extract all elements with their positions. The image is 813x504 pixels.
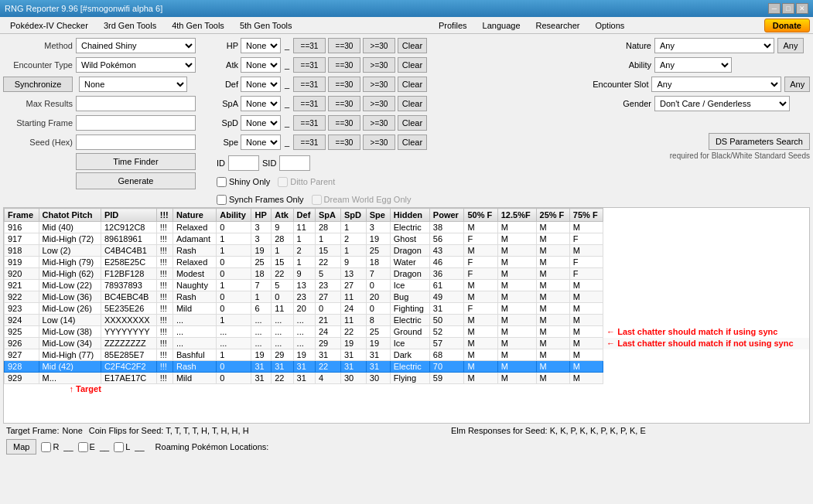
id-input[interactable] <box>228 155 259 171</box>
table-row[interactable]: 927Mid-High (77)85E285E7!!!Bashful119291… <box>5 349 809 361</box>
encounter-select[interactable]: Wild Pokémon <box>76 57 196 73</box>
ds-params-button[interactable]: DS Parameters Search <box>709 133 810 150</box>
col-hp[interactable]: HP <box>251 209 272 222</box>
spa-select[interactable]: None <box>241 96 281 111</box>
table-row[interactable]: 926Mid-Low (34)ZZZZZZZZ!!!..............… <box>5 338 809 349</box>
table-row[interactable]: 918Low (2)C4B4C4B1!!!Rash1191215125Drago… <box>5 245 809 257</box>
table-row[interactable]: 916Mid (40)12C912C8!!!Relaxed039112813El… <box>5 222 809 233</box>
def-clear-button[interactable]: Clear <box>398 77 427 92</box>
col-f25[interactable]: 25% F <box>536 209 569 222</box>
spa-eq31-button[interactable]: ==31 <box>293 96 326 111</box>
col-spe[interactable]: Spe <box>366 209 390 222</box>
dream-world-check[interactable]: Dream World Egg Only <box>312 195 412 205</box>
col-f50[interactable]: 50% F <box>464 209 497 222</box>
results-table-container[interactable]: Frame Chatot Pitch PID !!! Nature Abilit… <box>3 207 810 424</box>
col-def[interactable]: Def <box>293 209 315 222</box>
col-spd[interactable]: SpD <box>340 209 366 222</box>
l-checkbox[interactable]: L <box>114 442 130 452</box>
menu-profiles[interactable]: Profiles <box>432 19 474 32</box>
spe-ge30-button[interactable]: >=30 <box>363 135 395 150</box>
col-chatot[interactable]: Chatot Pitch <box>39 209 101 222</box>
menu-researcher[interactable]: Researcher <box>529 19 587 32</box>
close-button[interactable]: ✕ <box>796 3 808 14</box>
r-checkbox[interactable]: R <box>41 442 59 452</box>
donate-button[interactable]: Donate <box>764 19 810 32</box>
hp-eq30-button[interactable]: ==30 <box>328 38 360 53</box>
sid-input[interactable] <box>279 155 310 171</box>
atk-eq31-button[interactable]: ==31 <box>293 57 326 73</box>
col-f75[interactable]: 75% F <box>569 209 603 222</box>
hp-clear-button[interactable]: Clear <box>398 38 427 53</box>
encslot-any-button[interactable]: Any <box>784 77 810 92</box>
hp-eq31-button[interactable]: ==31 <box>293 38 326 53</box>
spd-ge30-button[interactable]: >=30 <box>363 115 395 131</box>
ability-select[interactable]: Any <box>654 57 732 73</box>
time-finder-button[interactable]: Time Finder <box>76 153 196 170</box>
synch-frames-check[interactable]: Synch Frames Only <box>217 195 304 205</box>
col-f125[interactable]: 12.5%F <box>497 209 536 222</box>
spa-clear-button[interactable]: Clear <box>398 96 427 111</box>
seed-input[interactable]: 03050684 <box>76 135 196 150</box>
col-frame[interactable]: Frame <box>5 209 39 222</box>
atk-select[interactable]: None <box>241 57 281 73</box>
spd-eq30-button[interactable]: ==30 <box>328 115 360 131</box>
col-power[interactable]: Power <box>429 209 464 222</box>
shiny-only-check[interactable]: Shiny Only <box>217 177 270 187</box>
table-row[interactable]: 929M...E17AE17C!!!Mild031223143030Flying… <box>5 373 809 384</box>
def-select[interactable]: None <box>241 77 281 92</box>
table-row[interactable]: 921Mid-Low (22)78937893!!!Naughty1751323… <box>5 280 809 291</box>
spe-eq30-button[interactable]: ==30 <box>328 135 360 150</box>
menu-options[interactable]: Options <box>588 19 631 32</box>
spd-eq31-button[interactable]: ==31 <box>293 115 326 131</box>
hp-ge30-button[interactable]: >=30 <box>363 38 395 53</box>
spe-clear-button[interactable]: Clear <box>398 135 427 150</box>
table-row[interactable]: 923Mid-Low (26)5E235E26!!!Mild0611200240… <box>5 303 809 315</box>
menu-4th-gen[interactable]: 4th Gen Tools <box>165 19 231 32</box>
spa-eq30-button[interactable]: ==30 <box>328 96 360 111</box>
menu-3rd-gen[interactable]: 3rd Gen Tools <box>97 19 163 32</box>
menu-pokedex-iv[interactable]: Pokédex-IV Checker <box>3 19 95 32</box>
table-row[interactable]: 928Mid (42)C2F4C2F2!!!Rash0313131223131E… <box>5 361 809 373</box>
col-atk[interactable]: Atk <box>272 209 293 222</box>
nature-any-button[interactable]: Any <box>777 38 804 53</box>
table-row[interactable]: 919Mid-High (79)E258E25C!!!Relaxed025151… <box>5 257 809 268</box>
col-pid[interactable]: PID <box>101 209 156 222</box>
synchronize-button[interactable]: Synchronize <box>3 77 73 92</box>
col-ability[interactable]: Ability <box>217 209 251 222</box>
col-marks[interactable]: !!! <box>156 209 173 222</box>
e-checkbox[interactable]: E <box>78 442 95 452</box>
encslot-select[interactable]: Any <box>651 77 781 92</box>
def-eq31-button[interactable]: ==31 <box>293 77 326 92</box>
atk-ge30-button[interactable]: >=30 <box>363 57 395 73</box>
def-eq30-button[interactable]: ==30 <box>328 77 360 92</box>
gender-select[interactable]: Don't Care / Genderless <box>654 96 790 111</box>
generate-button[interactable]: Generate <box>76 172 196 189</box>
spe-select[interactable]: None <box>241 135 281 150</box>
col-spa[interactable]: SpA <box>315 209 340 222</box>
ditto-parent-check[interactable]: Ditto Parent <box>278 177 335 187</box>
sync-select[interactable]: None <box>79 77 187 92</box>
startframe-input[interactable]: 1 <box>76 115 196 131</box>
table-row[interactable]: 922Mid-Low (36)BC4EBC4B!!!Rash0102327112… <box>5 291 809 303</box>
spd-clear-button[interactable]: Clear <box>398 115 427 131</box>
spe-eq31-button[interactable]: ==31 <box>293 135 326 150</box>
atk-eq30-button[interactable]: ==30 <box>328 57 360 73</box>
table-row[interactable]: 925Mid-Low (38)YYYYYYYY!!!..............… <box>5 326 809 338</box>
method-select[interactable]: Chained Shiny <box>76 38 196 53</box>
hp-select[interactable]: None <box>241 38 281 53</box>
col-nature[interactable]: Nature <box>173 209 216 222</box>
menu-language[interactable]: Language <box>476 19 528 32</box>
map-button[interactable]: Map <box>6 439 36 455</box>
def-ge30-button[interactable]: >=30 <box>363 77 395 92</box>
maxresults-input[interactable]: 100000__ <box>76 96 196 111</box>
window-controls[interactable]: ─ □ ✕ <box>768 3 808 14</box>
table-row[interactable]: 920Mid-High (62)F12BF128!!!Modest0182295… <box>5 268 809 280</box>
nature-select[interactable]: Any <box>654 38 774 53</box>
minimize-button[interactable]: ─ <box>768 3 781 14</box>
spd-select[interactable]: None <box>241 115 281 131</box>
atk-clear-button[interactable]: Clear <box>398 57 427 73</box>
maximize-button[interactable]: □ <box>782 3 794 14</box>
table-row[interactable]: 917Mid-High (72)89618961!!!Adamant132811… <box>5 233 809 245</box>
table-row[interactable]: 924Low (14)XXXXXXXX!!!...1.........21118… <box>5 315 809 326</box>
col-hidden[interactable]: Hidden <box>390 209 429 222</box>
